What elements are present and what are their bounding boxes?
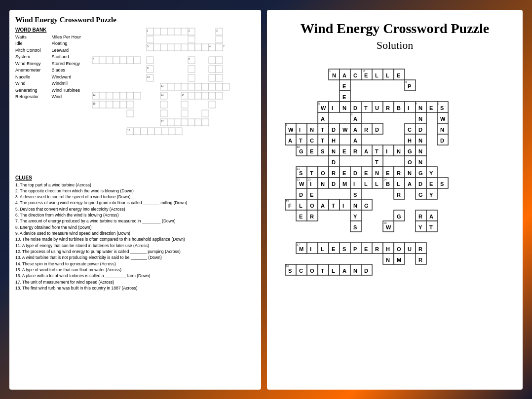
svg-rect-20 <box>174 44 181 51</box>
svg-rect-22 <box>188 44 195 51</box>
svg-text:T: T <box>364 105 368 111</box>
svg-text:R: R <box>310 214 314 219</box>
svg-rect-90 <box>127 110 134 117</box>
svg-text:N: N <box>408 170 412 176</box>
svg-text:B: B <box>386 181 390 187</box>
svg-rect-35 <box>127 57 134 64</box>
svg-text:P: P <box>408 83 411 89</box>
svg-text:W: W <box>386 224 391 230</box>
svg-text:N: N <box>342 105 346 111</box>
svg-text:G: G <box>364 203 369 209</box>
svg-rect-26 <box>216 44 223 51</box>
clues-title: CLUES <box>15 175 255 181</box>
svg-text:L: L <box>386 73 389 78</box>
svg-text:C: C <box>408 127 412 133</box>
svg-text:R: R <box>353 148 357 154</box>
svg-text:S: S <box>288 268 292 274</box>
svg-text:A: A <box>353 116 357 122</box>
svg-rect-87 <box>160 101 167 108</box>
svg-text:W: W <box>321 105 326 111</box>
svg-text:N: N <box>418 138 422 144</box>
svg-rect-49 <box>188 74 195 81</box>
svg-text:8: 8 <box>189 58 190 61</box>
svg-text:R: R <box>386 105 390 111</box>
svg-rect-85 <box>120 101 127 108</box>
svg-text:R: R <box>375 246 379 252</box>
svg-text:T: T <box>321 127 324 133</box>
svg-rect-109 <box>168 128 175 135</box>
svg-text:L: L <box>375 73 379 78</box>
svg-text:I: I <box>332 105 333 111</box>
svg-rect-58 <box>195 83 202 90</box>
svg-rect-327 <box>340 199 350 210</box>
puzzle-grid: 1 2 3 <box>87 27 255 172</box>
svg-text:G: G <box>408 148 412 154</box>
svg-rect-13 <box>188 36 195 43</box>
svg-rect-108 <box>161 128 168 135</box>
svg-text:N: N <box>418 148 422 154</box>
svg-rect-82 <box>99 101 106 108</box>
svg-text:L: L <box>397 181 400 187</box>
svg-text:M: M <box>342 181 347 187</box>
svg-text:N: N <box>332 73 336 78</box>
svg-text:I: I <box>310 246 311 252</box>
svg-text:R: R <box>418 257 422 263</box>
svg-text:O: O <box>408 159 412 165</box>
svg-rect-62 <box>223 83 229 90</box>
svg-text:S: S <box>342 246 346 252</box>
svg-text:E: E <box>310 192 313 198</box>
svg-text:S: S <box>299 170 303 176</box>
svg-text:Y: Y <box>353 214 357 219</box>
svg-rect-39 <box>209 57 216 64</box>
svg-rect-97 <box>174 119 181 126</box>
svg-text:D: D <box>332 181 336 187</box>
svg-text:3: 3 <box>216 29 218 32</box>
svg-text:I: I <box>310 181 311 187</box>
svg-text:A: A <box>321 116 325 122</box>
svg-text:S: S <box>440 181 444 187</box>
svg-rect-23 <box>195 44 202 51</box>
solution-label: Solution <box>377 39 414 52</box>
svg-text:A: A <box>353 127 357 133</box>
svg-text:Y: Y <box>429 192 433 198</box>
svg-text:B: B <box>397 105 401 111</box>
svg-text:N: N <box>440 127 444 133</box>
svg-text:2: 2 <box>189 29 190 32</box>
svg-text:O: O <box>310 268 314 274</box>
svg-rect-83 <box>106 101 113 108</box>
svg-text:P: P <box>353 246 357 252</box>
svg-rect-51 <box>216 74 223 81</box>
svg-rect-21 <box>181 44 188 51</box>
svg-text:A: A <box>288 138 292 144</box>
svg-rect-100 <box>195 119 202 126</box>
svg-text:I: I <box>342 203 344 209</box>
svg-text:10: 10 <box>147 75 150 78</box>
svg-rect-99 <box>188 119 195 126</box>
svg-text:A: A <box>408 181 412 187</box>
svg-text:18: 18 <box>127 129 130 132</box>
svg-rect-34 <box>120 57 127 64</box>
svg-text:O: O <box>321 170 325 176</box>
svg-text:C: C <box>310 138 314 144</box>
svg-rect-357 <box>307 243 318 254</box>
svg-rect-57 <box>188 83 195 90</box>
svg-rect-101 <box>202 119 209 126</box>
svg-text:L: L <box>321 246 324 252</box>
svg-text:N: N <box>353 268 357 274</box>
svg-text:R: R <box>397 170 401 176</box>
svg-rect-55 <box>174 83 181 90</box>
svg-rect-69 <box>127 92 134 99</box>
svg-text:N: N <box>418 105 422 111</box>
svg-text:N: N <box>332 148 336 154</box>
svg-text:9: 9 <box>147 67 149 70</box>
svg-text:I: I <box>299 127 301 133</box>
svg-text:F: F <box>288 203 292 209</box>
svg-rect-84 <box>113 101 120 108</box>
svg-text:A: A <box>342 73 346 78</box>
svg-text:T: T <box>375 148 379 154</box>
svg-text:G: G <box>418 192 423 198</box>
svg-rect-5 <box>167 28 174 35</box>
main-container: Wind Energy Crossword Puzzle WORD BANK W… <box>4 5 528 395</box>
svg-text:M: M <box>397 257 401 263</box>
svg-rect-4 <box>160 28 167 35</box>
